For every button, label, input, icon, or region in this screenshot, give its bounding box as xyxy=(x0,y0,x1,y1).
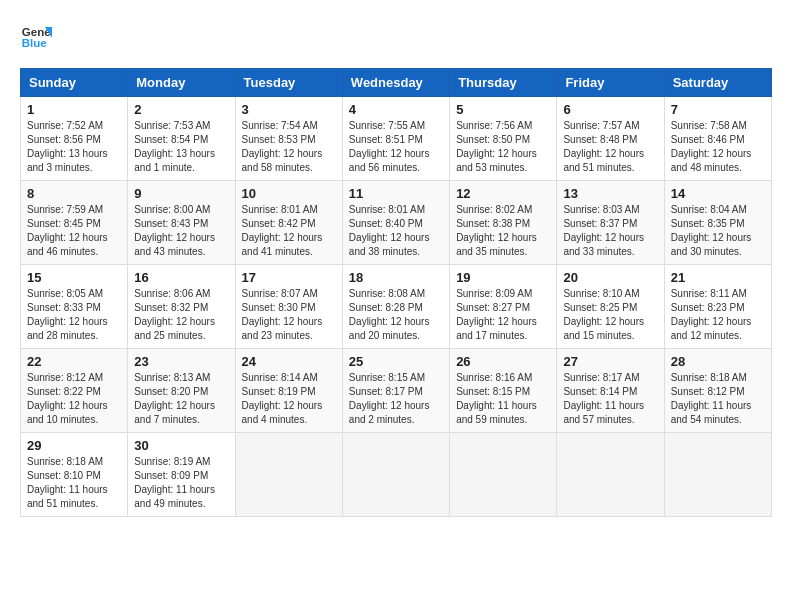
day-cell: 3Sunrise: 7:54 AM Sunset: 8:53 PM Daylig… xyxy=(235,97,342,181)
day-cell xyxy=(557,433,664,517)
day-info: Sunrise: 8:03 AM Sunset: 8:37 PM Dayligh… xyxy=(563,203,657,259)
weekday-saturday: Saturday xyxy=(664,69,771,97)
day-cell: 25Sunrise: 8:15 AM Sunset: 8:17 PM Dayli… xyxy=(342,349,449,433)
day-number: 1 xyxy=(27,102,121,117)
day-info: Sunrise: 7:55 AM Sunset: 8:51 PM Dayligh… xyxy=(349,119,443,175)
day-info: Sunrise: 7:54 AM Sunset: 8:53 PM Dayligh… xyxy=(242,119,336,175)
day-number: 25 xyxy=(349,354,443,369)
day-cell: 18Sunrise: 8:08 AM Sunset: 8:28 PM Dayli… xyxy=(342,265,449,349)
logo: General Blue xyxy=(20,20,56,52)
day-cell: 2Sunrise: 7:53 AM Sunset: 8:54 PM Daylig… xyxy=(128,97,235,181)
day-cell: 15Sunrise: 8:05 AM Sunset: 8:33 PM Dayli… xyxy=(21,265,128,349)
day-number: 27 xyxy=(563,354,657,369)
day-info: Sunrise: 7:57 AM Sunset: 8:48 PM Dayligh… xyxy=(563,119,657,175)
day-number: 10 xyxy=(242,186,336,201)
day-info: Sunrise: 8:07 AM Sunset: 8:30 PM Dayligh… xyxy=(242,287,336,343)
day-number: 24 xyxy=(242,354,336,369)
day-info: Sunrise: 8:09 AM Sunset: 8:27 PM Dayligh… xyxy=(456,287,550,343)
day-cell xyxy=(235,433,342,517)
day-info: Sunrise: 8:14 AM Sunset: 8:19 PM Dayligh… xyxy=(242,371,336,427)
page-header: General Blue xyxy=(20,20,772,52)
day-info: Sunrise: 8:08 AM Sunset: 8:28 PM Dayligh… xyxy=(349,287,443,343)
day-number: 7 xyxy=(671,102,765,117)
day-info: Sunrise: 8:01 AM Sunset: 8:42 PM Dayligh… xyxy=(242,203,336,259)
day-info: Sunrise: 8:01 AM Sunset: 8:40 PM Dayligh… xyxy=(349,203,443,259)
day-info: Sunrise: 7:56 AM Sunset: 8:50 PM Dayligh… xyxy=(456,119,550,175)
weekday-monday: Monday xyxy=(128,69,235,97)
day-cell xyxy=(342,433,449,517)
week-row-2: 8Sunrise: 7:59 AM Sunset: 8:45 PM Daylig… xyxy=(21,181,772,265)
day-number: 5 xyxy=(456,102,550,117)
day-number: 18 xyxy=(349,270,443,285)
day-cell: 27Sunrise: 8:17 AM Sunset: 8:14 PM Dayli… xyxy=(557,349,664,433)
day-number: 13 xyxy=(563,186,657,201)
day-info: Sunrise: 8:02 AM Sunset: 8:38 PM Dayligh… xyxy=(456,203,550,259)
day-info: Sunrise: 7:59 AM Sunset: 8:45 PM Dayligh… xyxy=(27,203,121,259)
day-number: 26 xyxy=(456,354,550,369)
day-info: Sunrise: 7:53 AM Sunset: 8:54 PM Dayligh… xyxy=(134,119,228,175)
day-number: 11 xyxy=(349,186,443,201)
weekday-header-row: SundayMondayTuesdayWednesdayThursdayFrid… xyxy=(21,69,772,97)
calendar-table: SundayMondayTuesdayWednesdayThursdayFrid… xyxy=(20,68,772,517)
weekday-friday: Friday xyxy=(557,69,664,97)
day-number: 14 xyxy=(671,186,765,201)
day-cell: 19Sunrise: 8:09 AM Sunset: 8:27 PM Dayli… xyxy=(450,265,557,349)
day-cell: 17Sunrise: 8:07 AM Sunset: 8:30 PM Dayli… xyxy=(235,265,342,349)
day-cell: 5Sunrise: 7:56 AM Sunset: 8:50 PM Daylig… xyxy=(450,97,557,181)
weekday-thursday: Thursday xyxy=(450,69,557,97)
day-number: 4 xyxy=(349,102,443,117)
day-info: Sunrise: 8:16 AM Sunset: 8:15 PM Dayligh… xyxy=(456,371,550,427)
day-cell: 29Sunrise: 8:18 AM Sunset: 8:10 PM Dayli… xyxy=(21,433,128,517)
day-info: Sunrise: 8:18 AM Sunset: 8:10 PM Dayligh… xyxy=(27,455,121,511)
day-cell xyxy=(664,433,771,517)
day-number: 9 xyxy=(134,186,228,201)
day-cell: 6Sunrise: 7:57 AM Sunset: 8:48 PM Daylig… xyxy=(557,97,664,181)
day-cell: 21Sunrise: 8:11 AM Sunset: 8:23 PM Dayli… xyxy=(664,265,771,349)
day-info: Sunrise: 8:18 AM Sunset: 8:12 PM Dayligh… xyxy=(671,371,765,427)
logo-icon: General Blue xyxy=(20,20,52,52)
day-info: Sunrise: 8:10 AM Sunset: 8:25 PM Dayligh… xyxy=(563,287,657,343)
day-number: 8 xyxy=(27,186,121,201)
day-cell: 12Sunrise: 8:02 AM Sunset: 8:38 PM Dayli… xyxy=(450,181,557,265)
day-number: 3 xyxy=(242,102,336,117)
day-info: Sunrise: 8:05 AM Sunset: 8:33 PM Dayligh… xyxy=(27,287,121,343)
day-info: Sunrise: 8:04 AM Sunset: 8:35 PM Dayligh… xyxy=(671,203,765,259)
day-info: Sunrise: 8:15 AM Sunset: 8:17 PM Dayligh… xyxy=(349,371,443,427)
day-cell: 7Sunrise: 7:58 AM Sunset: 8:46 PM Daylig… xyxy=(664,97,771,181)
day-number: 6 xyxy=(563,102,657,117)
day-number: 29 xyxy=(27,438,121,453)
day-number: 28 xyxy=(671,354,765,369)
day-number: 16 xyxy=(134,270,228,285)
weekday-tuesday: Tuesday xyxy=(235,69,342,97)
day-number: 30 xyxy=(134,438,228,453)
day-info: Sunrise: 8:12 AM Sunset: 8:22 PM Dayligh… xyxy=(27,371,121,427)
day-info: Sunrise: 7:52 AM Sunset: 8:56 PM Dayligh… xyxy=(27,119,121,175)
calendar-body: 1Sunrise: 7:52 AM Sunset: 8:56 PM Daylig… xyxy=(21,97,772,517)
weekday-wednesday: Wednesday xyxy=(342,69,449,97)
day-info: Sunrise: 8:17 AM Sunset: 8:14 PM Dayligh… xyxy=(563,371,657,427)
svg-text:Blue: Blue xyxy=(22,37,48,49)
day-info: Sunrise: 8:13 AM Sunset: 8:20 PM Dayligh… xyxy=(134,371,228,427)
week-row-5: 29Sunrise: 8:18 AM Sunset: 8:10 PM Dayli… xyxy=(21,433,772,517)
day-cell: 30Sunrise: 8:19 AM Sunset: 8:09 PM Dayli… xyxy=(128,433,235,517)
day-cell: 20Sunrise: 8:10 AM Sunset: 8:25 PM Dayli… xyxy=(557,265,664,349)
week-row-1: 1Sunrise: 7:52 AM Sunset: 8:56 PM Daylig… xyxy=(21,97,772,181)
day-number: 17 xyxy=(242,270,336,285)
day-cell: 22Sunrise: 8:12 AM Sunset: 8:22 PM Dayli… xyxy=(21,349,128,433)
day-number: 15 xyxy=(27,270,121,285)
day-cell: 11Sunrise: 8:01 AM Sunset: 8:40 PM Dayli… xyxy=(342,181,449,265)
day-number: 23 xyxy=(134,354,228,369)
day-info: Sunrise: 8:11 AM Sunset: 8:23 PM Dayligh… xyxy=(671,287,765,343)
week-row-4: 22Sunrise: 8:12 AM Sunset: 8:22 PM Dayli… xyxy=(21,349,772,433)
day-cell: 1Sunrise: 7:52 AM Sunset: 8:56 PM Daylig… xyxy=(21,97,128,181)
day-cell: 24Sunrise: 8:14 AM Sunset: 8:19 PM Dayli… xyxy=(235,349,342,433)
day-number: 19 xyxy=(456,270,550,285)
weekday-sunday: Sunday xyxy=(21,69,128,97)
day-cell xyxy=(450,433,557,517)
day-cell: 9Sunrise: 8:00 AM Sunset: 8:43 PM Daylig… xyxy=(128,181,235,265)
week-row-3: 15Sunrise: 8:05 AM Sunset: 8:33 PM Dayli… xyxy=(21,265,772,349)
day-cell: 16Sunrise: 8:06 AM Sunset: 8:32 PM Dayli… xyxy=(128,265,235,349)
day-info: Sunrise: 8:19 AM Sunset: 8:09 PM Dayligh… xyxy=(134,455,228,511)
day-cell: 10Sunrise: 8:01 AM Sunset: 8:42 PM Dayli… xyxy=(235,181,342,265)
day-cell: 23Sunrise: 8:13 AM Sunset: 8:20 PM Dayli… xyxy=(128,349,235,433)
